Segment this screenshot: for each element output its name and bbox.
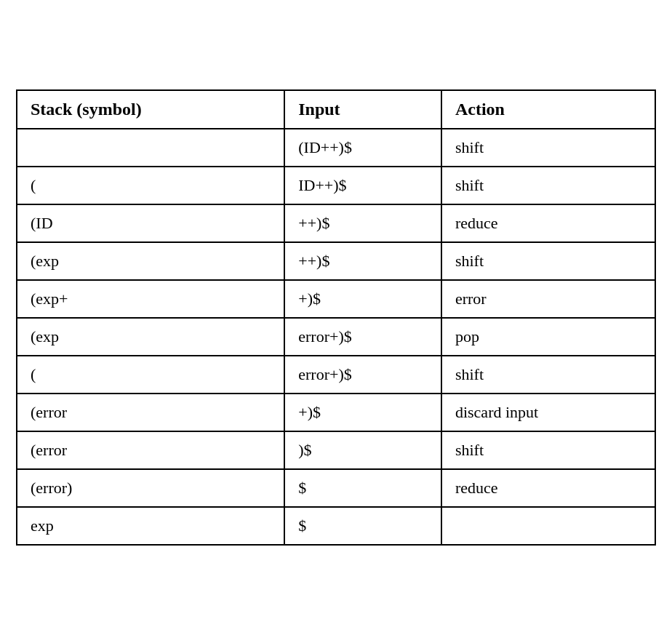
cell-action: reduce (441, 204, 655, 242)
header-row: Stack (symbol) Input Action (17, 90, 655, 129)
cell-action: reduce (441, 469, 655, 507)
cell-action: shift (441, 167, 655, 204)
table-row: (error+)$discard input (17, 394, 655, 431)
table-row: (ID++)$reduce (17, 204, 655, 242)
cell-action: error (441, 280, 655, 318)
cell-stack: (exp+ (17, 280, 284, 318)
table-row: (error)$reduce (17, 469, 655, 507)
cell-input: (ID++)$ (284, 129, 441, 167)
cell-stack: ( (17, 356, 284, 394)
table-container: Stack (symbol) Input Action (ID++)$shift… (16, 89, 656, 546)
cell-stack: exp (17, 507, 284, 545)
cell-stack: (exp (17, 242, 284, 280)
cell-stack: (exp (17, 318, 284, 356)
cell-input: ++)$ (284, 204, 441, 242)
cell-input: error+)$ (284, 318, 441, 356)
table-row: (exp++)$shift (17, 242, 655, 280)
cell-stack: (error (17, 431, 284, 469)
cell-action: pop (441, 318, 655, 356)
table-row: (ID++)$shift (17, 129, 655, 167)
cell-input: +)$ (284, 394, 441, 431)
table-row: (exp++)$error (17, 280, 655, 318)
table-row: (error+)$shift (17, 356, 655, 394)
col-header-action: Action (441, 90, 655, 129)
cell-input: )$ (284, 431, 441, 469)
table-row: (ID++)$shift (17, 167, 655, 204)
col-header-input: Input (284, 90, 441, 129)
cell-stack: (ID (17, 204, 284, 242)
cell-stack (17, 129, 284, 167)
cell-action: shift (441, 129, 655, 167)
cell-action: shift (441, 431, 655, 469)
cell-stack: (error (17, 394, 284, 431)
col-header-stack: Stack (symbol) (17, 90, 284, 129)
table-row: (error)$shift (17, 431, 655, 469)
cell-input: $ (284, 469, 441, 507)
cell-input: +)$ (284, 280, 441, 318)
cell-input: ID++)$ (284, 167, 441, 204)
parsing-table: Stack (symbol) Input Action (ID++)$shift… (16, 89, 656, 546)
table-row: exp$ (17, 507, 655, 545)
table-row: (experror+)$pop (17, 318, 655, 356)
cell-input: error+)$ (284, 356, 441, 394)
cell-input: $ (284, 507, 441, 545)
cell-action: shift (441, 356, 655, 394)
cell-action: discard input (441, 394, 655, 431)
cell-action (441, 507, 655, 545)
cell-stack: (error) (17, 469, 284, 507)
cell-action: shift (441, 242, 655, 280)
cell-stack: ( (17, 167, 284, 204)
cell-input: ++)$ (284, 242, 441, 280)
